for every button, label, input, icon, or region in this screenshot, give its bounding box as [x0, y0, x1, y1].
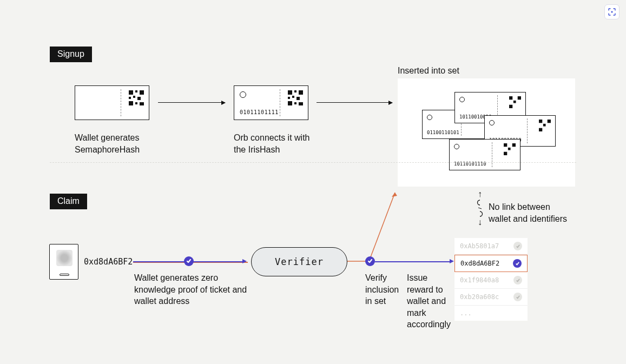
- orb-hash: 01011101111: [240, 109, 279, 115]
- check-icon: [513, 276, 522, 284]
- set-title: Inserted into set: [398, 65, 459, 77]
- svg-line-32: [369, 193, 395, 261]
- svg-rect-2: [135, 90, 137, 92]
- svg-rect-19: [509, 96, 512, 100]
- arrow-signup-2: [317, 102, 392, 103]
- svg-rect-21: [513, 101, 516, 103]
- wallet-device-icon: [49, 244, 78, 280]
- svg-rect-16: [288, 101, 292, 105]
- signup-step2-l2: the IrisHash: [234, 145, 280, 154]
- svg-rect-15: [296, 97, 300, 100]
- svg-rect-24: [548, 120, 551, 123]
- signup-step2-caption: Orb connects it with the IrisHash: [234, 132, 337, 155]
- svg-rect-14: [292, 96, 294, 98]
- no-link-chain-icon: ↑ ↓: [475, 189, 485, 227]
- qr-icon: [539, 120, 551, 131]
- qr-icon: [129, 90, 144, 105]
- verify-inclusion-arrow: [347, 188, 401, 263]
- svg-rect-20: [518, 96, 521, 100]
- svg-rect-25: [543, 124, 546, 127]
- wallet-row-active: 0xd8dA6BF2: [454, 255, 528, 272]
- qr-icon: [509, 96, 521, 108]
- scan-icon: [607, 7, 617, 17]
- svg-rect-30: [504, 152, 507, 155]
- svg-rect-17: [294, 102, 296, 104]
- svg-rect-23: [539, 120, 542, 123]
- svg-rect-9: [140, 102, 144, 105]
- wallet-row: 0x1f9840a8: [454, 272, 528, 289]
- svg-rect-10: [288, 90, 292, 95]
- svg-rect-27: [504, 143, 507, 147]
- svg-rect-28: [512, 143, 516, 147]
- rewarded-wallets-list: 0xAb5801a7 0xd8dA6BF2 0x1f9840a8 0xb20a6…: [454, 238, 528, 321]
- svg-rect-13: [288, 97, 290, 99]
- identifier-set-panel: 01100110101 10110010010 10110010010 1011…: [398, 78, 575, 187]
- issue-caption: Issue reward to wallet and mark accordin…: [407, 272, 456, 330]
- verifier-node: Verifier: [251, 247, 347, 276]
- svg-rect-5: [133, 96, 135, 98]
- wallet-row: 0xAb5801a7: [454, 238, 528, 255]
- qr-icon: [288, 90, 303, 105]
- svg-line-34: [478, 208, 482, 209]
- arrow-signup-1: [158, 102, 225, 103]
- check-icon: [513, 293, 522, 301]
- signup-tag: Signup: [50, 47, 92, 62]
- svg-rect-18: [299, 102, 303, 105]
- check-icon: [513, 242, 522, 250]
- svg-point-0: [611, 11, 613, 13]
- orb-card: 01011101111: [234, 85, 308, 120]
- verifier-label: Verifier: [275, 256, 324, 267]
- svg-rect-8: [135, 102, 137, 104]
- wallet-row-more: ...: [454, 306, 528, 321]
- check-icon: [513, 259, 522, 268]
- svg-rect-12: [299, 90, 303, 95]
- section-divider: [50, 162, 576, 163]
- svg-rect-7: [129, 101, 133, 105]
- scan-button[interactable]: [604, 4, 620, 19]
- wallet-address: 0xd8dA6BF2: [84, 256, 133, 267]
- set-hash-0: 01100110101: [427, 130, 459, 135]
- verify-caption: Verify inclusion in set: [365, 272, 403, 307]
- svg-rect-11: [294, 90, 296, 92]
- iris-circle-icon: [240, 91, 246, 98]
- no-link-caption: No link between wallet and identifiers: [489, 201, 581, 224]
- checkpoint-proof-icon: [184, 256, 194, 266]
- claim-tag: Claim: [50, 194, 87, 209]
- signup-step1-caption: Wallet generates SemaphoreHash: [75, 132, 183, 155]
- checkpoint-verify-icon: [365, 256, 375, 266]
- wallet-card-blank: [75, 85, 149, 120]
- proof-caption: Wallet generates zero knowledge proof of…: [134, 272, 248, 307]
- wallet-row: 0xb20a608c: [454, 289, 528, 306]
- svg-rect-6: [137, 97, 141, 100]
- svg-rect-26: [539, 128, 542, 131]
- qr-icon: [504, 143, 516, 155]
- svg-rect-1: [129, 90, 133, 95]
- svg-rect-22: [509, 105, 512, 108]
- signup-step2-l1: Orb connects it with: [234, 133, 310, 142]
- svg-rect-29: [508, 148, 511, 150]
- svg-rect-3: [140, 90, 144, 95]
- svg-rect-4: [129, 97, 131, 99]
